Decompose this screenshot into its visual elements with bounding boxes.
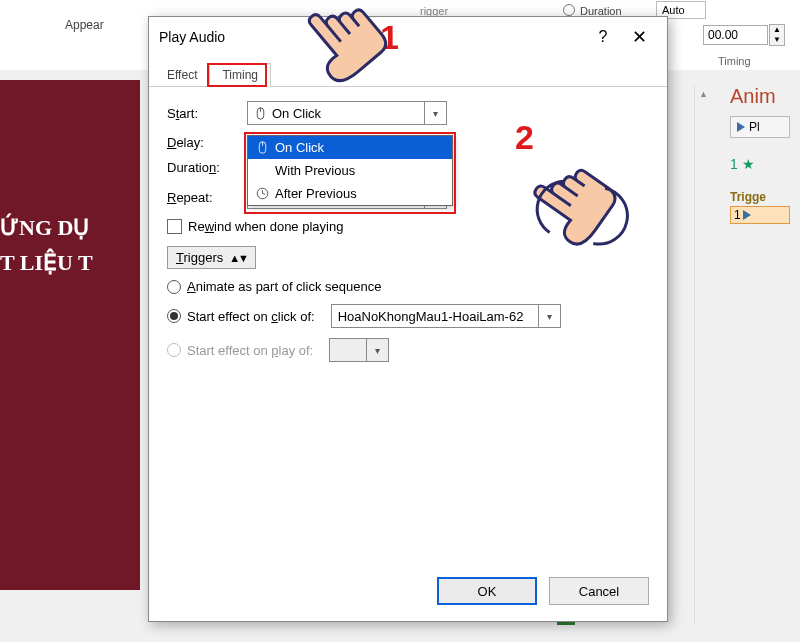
close-button[interactable]: ✕ [621,26,657,48]
radio-icon[interactable] [167,309,181,323]
mouse-icon [254,107,267,120]
play-from-button[interactable]: Pl [730,116,790,138]
vertical-scrollbar[interactable]: ▲ [694,85,712,625]
click-of-value: HoaNoKhongMau1-HoaiLam-62 [338,309,524,324]
trigger-group-label: Trigge [730,190,790,204]
timing-spinner[interactable]: 00.00 [703,25,768,45]
collapse-icon: ▲▼ [229,252,247,264]
clock-icon [256,187,269,200]
mouse-icon [256,141,269,154]
pointing-hand-icon [290,0,400,95]
duration-radio-icon [563,4,575,16]
animation-pane-title: Anim [730,85,790,108]
dropdown-option-after-previous[interactable]: After Previous [248,182,452,205]
annotation-highlight-tab [207,63,267,87]
cancel-button[interactable]: Cancel [549,577,649,605]
radio-play-label: Start effect on play of: [187,343,313,358]
trigger-animation-item[interactable]: 1 [730,206,790,224]
pointing-hand-icon [520,150,630,263]
ok-button[interactable]: OK [437,577,537,605]
radio-icon[interactable] [167,280,181,294]
play-of-combo: ▾ [329,338,389,362]
dialog-button-row: OK Cancel [437,577,649,605]
radio-animate-label: Animate as part of click sequence [187,279,381,294]
radio-start-on-play: Start effect on play of: ▾ [167,338,649,362]
rewind-checkbox[interactable] [167,219,182,234]
animation-pane: Anim Pl 1 ★ Trigge 1 [730,85,790,224]
scroll-up-icon[interactable]: ▲ [695,85,712,103]
ribbon-appear-label: Appear [65,18,104,32]
click-of-combo[interactable]: HoaNoKhongMau1-HoaiLam-62 ▾ [331,304,561,328]
slide-preview: ỨNG DỤ T LIỆU T [0,80,140,590]
animation-item[interactable]: 1 ★ [730,156,790,172]
delay-label: Delay: [167,135,247,150]
radio-icon [167,343,181,357]
start-row: Start: On Click ▾ [167,101,649,125]
play-icon [743,210,751,220]
help-button[interactable]: ? [585,28,621,46]
play-icon [737,122,745,132]
dropdown-option-on-click[interactable]: On Click [248,136,452,159]
slide-text-line: T LIỆU T [0,245,140,280]
triggers-toggle-button[interactable]: Triggers ▲▼ [167,246,256,269]
chevron-down-icon[interactable]: ▾ [424,102,446,124]
slide-text-line: ỨNG DỤ [0,210,140,245]
start-combo[interactable]: On Click ▾ [247,101,447,125]
chevron-down-icon[interactable]: ▾ [538,305,560,327]
start-label: Start: [167,106,247,121]
radio-start-on-click[interactable]: Start effect on click of: HoaNoKhongMau1… [167,304,649,328]
duration-label: Duration: [167,160,247,175]
ribbon-timing-group-label: Timing [718,55,751,67]
dropdown-option-with-previous[interactable]: With Previous [248,159,452,182]
repeat-label: Repeat: [167,190,247,205]
play-label: Pl [749,120,760,134]
start-dropdown-list[interactable]: On Click With Previous After Previous [247,135,453,206]
anim-index: 1 [730,156,738,172]
trigger-index: 1 [734,208,741,222]
timing-spinner-buttons[interactable]: ▲▼ [769,24,785,46]
dialog-titlebar: Play Audio ? ✕ [149,17,667,57]
radio-animate-sequence[interactable]: Animate as part of click sequence [167,279,649,294]
radio-click-label: Start effect on click of: [187,309,315,324]
rewind-label: Rewind when done playing [188,219,343,234]
play-audio-dialog: Play Audio ? ✕ Effect Timing Start: On C… [148,16,668,622]
tab-effect[interactable]: Effect [155,64,209,86]
start-combo-value: On Click [272,106,321,121]
svg-line-6 [263,194,265,195]
chevron-down-icon: ▾ [366,339,388,361]
